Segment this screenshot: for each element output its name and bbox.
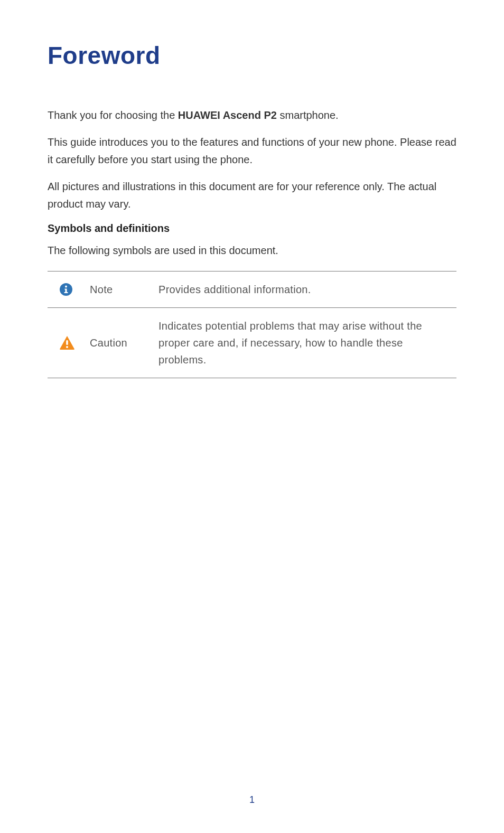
caution-icon <box>59 335 75 350</box>
table-row: Note Provides additional information. <box>48 272 456 308</box>
symbols-intro: The following symbols are used in this d… <box>48 242 456 259</box>
intro-paragraph-2: This guide introduces you to the feature… <box>48 134 456 169</box>
svg-rect-2 <box>66 340 68 345</box>
table-cell-icon <box>48 335 90 350</box>
page-number: 1 <box>0 794 504 806</box>
text-span: smartphone. <box>277 109 339 121</box>
product-name: HUAWEI Ascend P2 <box>178 109 277 121</box>
table-cell-label: Caution <box>90 337 158 349</box>
table-cell-description: Provides additional information. <box>158 281 456 298</box>
symbols-table: Note Provides additional information. Ca… <box>48 271 456 378</box>
table-row: Caution Indicates potential problems tha… <box>48 308 456 378</box>
svg-point-1 <box>65 286 67 288</box>
intro-paragraph-3: All pictures and illustrations in this d… <box>48 178 456 213</box>
table-cell-description: Indicates potential problems that may ar… <box>158 317 456 368</box>
section-subheading: Symbols and definitions <box>48 222 456 235</box>
table-cell-icon <box>48 283 90 296</box>
svg-point-3 <box>66 346 68 348</box>
intro-paragraph-1: Thank you for choosing the HUAWEI Ascend… <box>48 107 456 124</box>
page-title: Foreword <box>48 41 456 70</box>
table-cell-label: Note <box>90 284 158 296</box>
document-page: Foreword Thank you for choosing the HUAW… <box>0 0 504 833</box>
text-span: Thank you for choosing the <box>48 109 178 121</box>
info-icon <box>59 283 73 296</box>
